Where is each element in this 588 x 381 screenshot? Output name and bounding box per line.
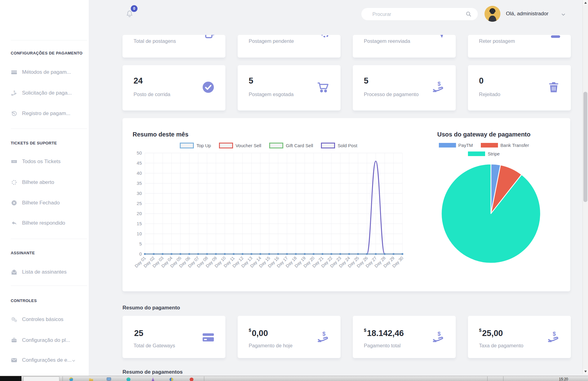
gears-icon bbox=[11, 316, 17, 323]
sidebar-item-label: Métodos de pagam... bbox=[22, 69, 71, 75]
taskbar-separator bbox=[503, 376, 503, 381]
stat-label: Processo de pagamento bbox=[364, 92, 419, 97]
sidebar-item-open-ticket[interactable]: Bilhete aberto bbox=[11, 178, 84, 186]
stat-label: Rejeitado bbox=[479, 92, 500, 97]
stat-card-hold-post: Reter postagem bbox=[468, 35, 571, 58]
svg-text:$: $ bbox=[438, 80, 441, 87]
sidebar-item-closed-ticket[interactable]: Bilhete Fechado bbox=[11, 199, 84, 207]
stat-card-rejected: 0 Rejeitado bbox=[468, 65, 571, 110]
currency-symbol: $ bbox=[249, 327, 251, 333]
sidebar-item-label: Controles básicos bbox=[22, 316, 63, 323]
chevron-down-icon bbox=[72, 358, 76, 362]
stat-value: 25 bbox=[134, 327, 143, 338]
paper-plane-icon bbox=[434, 35, 447, 39]
scroll-up-arrow[interactable] bbox=[583, 0, 588, 5]
taskbar-icon-computer[interactable] bbox=[107, 377, 111, 381]
chevron-down-icon[interactable] bbox=[561, 12, 566, 17]
svg-text:35: 35 bbox=[137, 181, 142, 186]
stat-card-label: Reter postagem bbox=[479, 38, 515, 44]
svg-text:10: 10 bbox=[137, 231, 142, 236]
stat-value: $18.142,46 bbox=[364, 327, 404, 338]
stat-card-label: Postagem pendente bbox=[249, 38, 294, 44]
legend-swatch bbox=[439, 143, 456, 148]
scroll-down-arrow[interactable] bbox=[583, 369, 588, 374]
stat-label: Total de Gateways bbox=[134, 343, 175, 349]
stat-label: Pagamento de hoje bbox=[249, 343, 292, 349]
notification-count-badge: 0 bbox=[130, 5, 138, 13]
scrollbar-thumb[interactable] bbox=[583, 92, 587, 202]
search-icon[interactable] bbox=[466, 11, 472, 17]
sidebar-item-basic-controls[interactable]: Controles básicos bbox=[11, 316, 84, 323]
taskbar-separator bbox=[487, 376, 488, 381]
pie-chart bbox=[440, 163, 541, 264]
legend-label: Top Up bbox=[196, 143, 211, 148]
sidebar-item-label: Lista de assinantes bbox=[22, 269, 67, 275]
payment-card-today: $0,00 Pagamento de hoje $ bbox=[238, 316, 341, 358]
hold-icon bbox=[549, 35, 562, 39]
spinner-icon bbox=[319, 35, 331, 39]
user-greeting[interactable]: Olá, administrador bbox=[506, 11, 548, 17]
svg-text:$: $ bbox=[13, 90, 15, 93]
stat-label: Pagamento total bbox=[364, 343, 401, 349]
legend-swatch bbox=[321, 143, 335, 148]
taskbar-icon-folder[interactable] bbox=[89, 377, 93, 381]
line-chart-title: Resumo deste mês bbox=[133, 131, 188, 138]
taskbar-start-button[interactable] bbox=[23, 376, 59, 381]
sidebar: CONFIGURAÇÕES DE PAGAMENTO Métodos de pa… bbox=[0, 0, 89, 376]
sidebar-item-payment-log[interactable]: Registro de pagam... bbox=[11, 110, 84, 118]
sidebar-divider bbox=[11, 239, 87, 239]
search-bar bbox=[361, 8, 478, 20]
sidebar-item-plugin-config[interactable]: Configuração do pl... bbox=[11, 336, 84, 344]
taskbar-clock[interactable]: 15:20 bbox=[548, 377, 579, 381]
svg-text:0: 0 bbox=[139, 251, 142, 256]
sidebar-item-label: Bilhete Fechado bbox=[22, 200, 60, 206]
sidebar-item-payment-request[interactable]: $ Solicitação de paga... bbox=[11, 89, 84, 97]
legend-item-stripe[interactable]: Stripe bbox=[468, 151, 499, 156]
sidebar-item-subscriber-list[interactable]: Lista de assinantes bbox=[11, 268, 84, 276]
legend-item-sold-post[interactable]: Sold Post bbox=[321, 143, 357, 148]
legend-item-voucher-sell[interactable]: Voucher Sell bbox=[219, 143, 261, 148]
stat-card-label: Postagem reenviada bbox=[364, 38, 410, 44]
stat-card-label: Total de postagens bbox=[134, 38, 176, 44]
taskbar-icon-app-purple[interactable] bbox=[151, 377, 155, 381]
legend-label: Stripe bbox=[488, 151, 499, 156]
search-input[interactable] bbox=[372, 8, 462, 21]
taskbar-icon-globe[interactable] bbox=[169, 377, 174, 381]
legend-item-paytm[interactable]: PayTM bbox=[439, 143, 473, 148]
bell-icon bbox=[126, 13, 134, 19]
sidebar-item-all-tickets[interactable]: Todos os Tickets bbox=[11, 158, 84, 166]
taskbar: 15:20 bbox=[0, 376, 588, 381]
sidebar-section-controls: CONTROLES bbox=[11, 298, 37, 303]
sidebar-item-label: Todos os Tickets bbox=[22, 159, 61, 165]
stat-label: Posto de corrida bbox=[134, 92, 170, 97]
pie-slice-stripe[interactable] bbox=[441, 164, 541, 263]
payment-card-total-gateways: 25 Total de Gateways bbox=[123, 316, 225, 358]
stat-card-running-post: 24 Posto de corrida bbox=[123, 65, 225, 110]
sidebar-item-payment-methods[interactable]: Métodos de pagam... bbox=[11, 68, 84, 76]
legend-swatch bbox=[468, 151, 485, 156]
cart-icon bbox=[317, 80, 330, 94]
sidebar-item-label: Configurações de e... bbox=[22, 357, 72, 363]
ticket-icon bbox=[11, 158, 17, 165]
taskbar-icon-browser[interactable] bbox=[69, 377, 74, 381]
stat-card-resent-post: Postagem reenviada bbox=[353, 35, 456, 58]
taskbar-icon-app-teal[interactable] bbox=[126, 377, 131, 381]
legend-item-top-up[interactable]: Top Up bbox=[180, 143, 211, 148]
user-avatar[interactable] bbox=[484, 6, 500, 22]
sidebar-item-answered-ticket[interactable]: Bilhete respondido bbox=[11, 219, 84, 227]
legend-label: PayTM bbox=[458, 143, 473, 148]
svg-text:40: 40 bbox=[137, 170, 142, 176]
legend-swatch bbox=[180, 143, 194, 148]
legend-item-bank-transfer[interactable]: Bank Transfer bbox=[481, 143, 529, 148]
stat-value: 0 bbox=[479, 76, 484, 86]
legend-swatch bbox=[219, 143, 233, 148]
stat-value: $25,00 bbox=[479, 327, 503, 338]
sidebar-item-email-settings[interactable]: Configurações de e... bbox=[11, 356, 84, 364]
sidebar-divider bbox=[11, 286, 87, 286]
svg-text:20: 20 bbox=[137, 211, 142, 216]
taskbar-icon-app-red[interactable] bbox=[189, 377, 194, 381]
copy-icon bbox=[204, 35, 216, 39]
legend-item-gift-card-sell[interactable]: Gift Card Sell bbox=[269, 143, 313, 148]
dashboard-page: CONFIGURAÇÕES DE PAGAMENTO Métodos de pa… bbox=[0, 0, 588, 381]
currency-symbol: $ bbox=[364, 327, 366, 333]
